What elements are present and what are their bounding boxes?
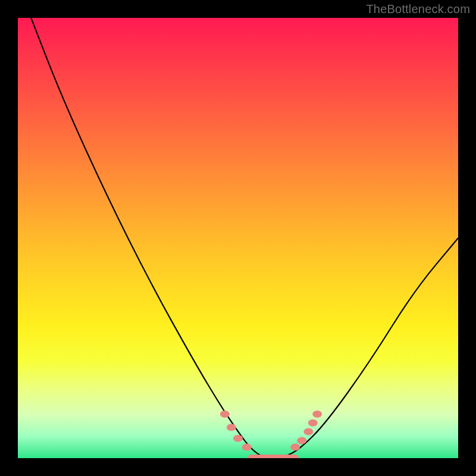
highlight-marker [233, 435, 243, 442]
highlight-marker [303, 428, 313, 436]
highlight-marker [290, 444, 300, 451]
highlight-marker [308, 419, 318, 427]
highlight-marker [312, 411, 322, 418]
chart-svg [18, 18, 458, 458]
curve-layer [31, 18, 458, 458]
highlight-marker [220, 411, 230, 418]
plot-area [18, 18, 458, 458]
bottleneck-curve-path [31, 18, 458, 458]
highlight-marker [227, 424, 236, 431]
highlight-marker [242, 444, 252, 451]
highlight-marker [297, 437, 306, 444]
marker-layer [220, 411, 322, 458]
watermark-text: TheBottleneck.com [366, 2, 470, 16]
chart-frame: TheBottleneck.com [0, 0, 476, 476]
